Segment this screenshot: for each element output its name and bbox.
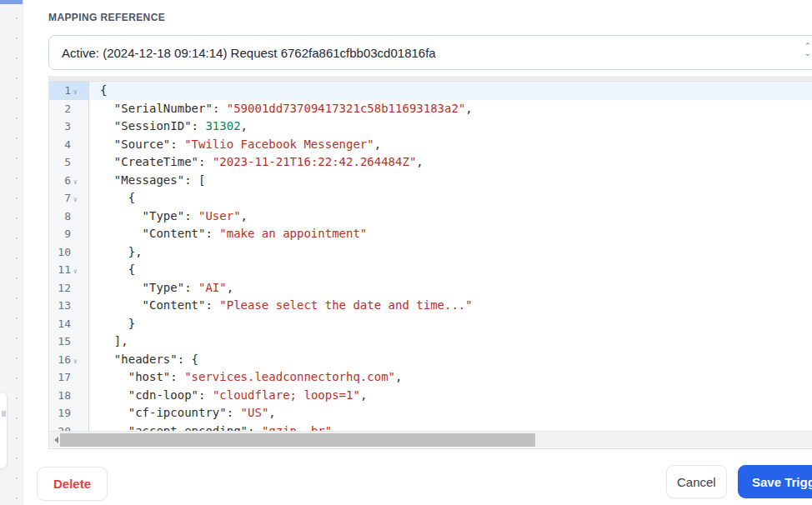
cancel-button[interactable]: Cancel [666, 465, 727, 498]
code-text: "Messages": [ [89, 172, 812, 190]
editor-top-strip [49, 76, 812, 82]
line-number: 2 [49, 100, 71, 118]
line-number-gutter: 4 [49, 136, 89, 154]
workflow-canvas-strip [0, 0, 23, 505]
code-text: } [89, 315, 812, 333]
line-number: 15 [49, 332, 71, 351]
code-text: "host": "services.leadconnectorhq.com", [89, 368, 812, 387]
chevron-down-icon[interactable]: ∨ [73, 262, 78, 281]
line-number: 14 [49, 315, 71, 333]
line-number: 1 [49, 82, 71, 100]
code-text: { [89, 189, 812, 208]
line-number: 7 [49, 189, 71, 208]
chevron-updown-icon: ⌃ ⌄ [804, 42, 811, 58]
code-text: ], [89, 332, 812, 351]
line-number-gutter: 13 [49, 297, 89, 315]
code-text: "headers": { [89, 351, 812, 369]
line-number-gutter: 5 [49, 153, 89, 172]
line-number: 20 [49, 422, 71, 432]
code-line[interactable]: 18 "cdn-loop": "cloudflare; loops=1", [49, 387, 812, 405]
line-number: 8 [49, 208, 71, 226]
code-line[interactable]: 11∨ { [49, 261, 812, 279]
line-number-gutter: 7∨ [49, 189, 89, 208]
mapping-reference-panel: MAPPING REFERENCE Active: (2024-12-18 09… [23, 0, 812, 505]
code-line[interactable]: 15 ], [49, 332, 812, 351]
line-number-gutter: 8 [49, 208, 89, 226]
line-number-gutter: 2 [49, 100, 89, 118]
line-number-gutter: 18 [49, 387, 89, 405]
line-number-gutter: 10 [49, 243, 89, 262]
code-text: "cdn-loop": "cloudflare; loops=1", [89, 387, 812, 405]
workflow-node-accent-bar [0, 0, 23, 4]
line-number: 9 [49, 225, 71, 243]
code-text: "Type": "User", [89, 208, 812, 226]
scrollbar-thumb[interactable] [60, 433, 535, 447]
line-number: 16 [49, 351, 71, 369]
code-line[interactable]: 16∨ "headers": { [49, 351, 812, 369]
code-text: }, [89, 243, 812, 262]
delete-button[interactable]: Delete [37, 467, 108, 501]
line-number-gutter: 20 [49, 422, 89, 432]
line-number: 12 [49, 279, 71, 298]
line-number: 3 [49, 118, 71, 136]
chevron-down-icon[interactable]: ∨ [73, 83, 78, 102]
code-line[interactable]: 17 "host": "services.leadconnectorhq.com… [49, 368, 812, 387]
mapping-reference-label: MAPPING REFERENCE [48, 12, 165, 23]
code-line[interactable]: 6∨ "Messages": [ [49, 172, 812, 190]
line-number-gutter: 19 [49, 404, 89, 422]
code-line[interactable]: 7∨ { [49, 189, 812, 208]
line-number: 5 [49, 153, 71, 172]
request-select[interactable]: Active: (2024-12-18 09:14:14) Request 67… [48, 35, 812, 70]
save-trigger-button[interactable]: Save Trigger [738, 465, 812, 498]
line-number-gutter: 9 [49, 225, 89, 243]
code-text: "SessionID": 31302, [89, 118, 812, 136]
code-text: "Content": "make an appointment" [89, 225, 812, 243]
line-number-gutter: 3 [49, 118, 89, 136]
code-line[interactable]: 10 }, [49, 243, 812, 262]
line-number: 18 [49, 387, 71, 405]
line-number-gutter: 16∨ [49, 351, 89, 369]
horizontal-scrollbar[interactable] [49, 431, 812, 448]
code-line[interactable]: 4 "Source": "Twilio Facebook Messenger", [49, 136, 812, 154]
json-editor[interactable]: 1∨{2 "SerialNumber": "59001dd73709417321… [48, 76, 812, 449]
line-number: 10 [49, 243, 71, 262]
code-text: { [89, 261, 812, 279]
code-text: "cf-ipcountry": "US", [89, 404, 812, 422]
chevron-down-icon[interactable]: ∨ [73, 191, 78, 209]
code-text: { [89, 82, 812, 100]
code-line[interactable]: 12 "Type": "AI", [49, 279, 812, 298]
line-number-gutter: 12 [49, 279, 89, 298]
code-text: "accept-encoding": "gzip, br", [89, 422, 812, 432]
chevron-down-icon[interactable]: ∨ [73, 173, 78, 192]
line-number-gutter: 15 [49, 332, 89, 351]
code-line[interactable]: 5 "CreateTime": "2023-11-21T16:22:42.264… [49, 153, 812, 172]
chevron-down-icon[interactable]: ∨ [73, 352, 78, 371]
line-number: 17 [49, 368, 71, 387]
code-line[interactable]: 9 "Content": "make an appointment" [49, 225, 812, 243]
line-number: 19 [49, 404, 71, 422]
code-text: "Content": "Please select the date and t… [89, 297, 812, 315]
line-number-gutter: 1∨ [49, 82, 89, 100]
line-number-gutter: 11∨ [49, 261, 89, 279]
line-number: 11 [49, 261, 71, 279]
code-line[interactable]: 13 "Content": "Please select the date an… [49, 297, 812, 315]
workflow-node-card[interactable] [0, 392, 8, 469]
code-text: "Source": "Twilio Facebook Messenger", [89, 136, 812, 154]
code-line[interactable]: 3 "SessionID": 31302, [49, 118, 812, 136]
code-line[interactable]: 20 "accept-encoding": "gzip, br", [49, 422, 812, 432]
code-text: "Type": "AI", [89, 279, 812, 298]
line-number-gutter: 14 [49, 315, 89, 333]
code-line[interactable]: 8 "Type": "User", [49, 208, 812, 226]
code-line[interactable]: 14 } [49, 315, 812, 333]
line-number: 6 [49, 172, 71, 190]
code-text: "CreateTime": "2023-11-21T16:22:42.26448… [89, 153, 812, 172]
line-number: 4 [49, 136, 71, 154]
code-line[interactable]: 2 "SerialNumber": "59001dd73709417321c58… [49, 100, 812, 118]
node-text-fragment [2, 411, 6, 417]
line-number-gutter: 6∨ [49, 172, 89, 190]
line-number: 13 [49, 297, 71, 315]
code-line[interactable]: 1∨{ [49, 82, 812, 100]
request-select-value: Active: (2024-12-18 09:14:14) Request 67… [62, 46, 436, 60]
code-viewport[interactable]: 1∨{2 "SerialNumber": "59001dd73709417321… [49, 82, 812, 431]
code-line[interactable]: 19 "cf-ipcountry": "US", [49, 404, 812, 422]
